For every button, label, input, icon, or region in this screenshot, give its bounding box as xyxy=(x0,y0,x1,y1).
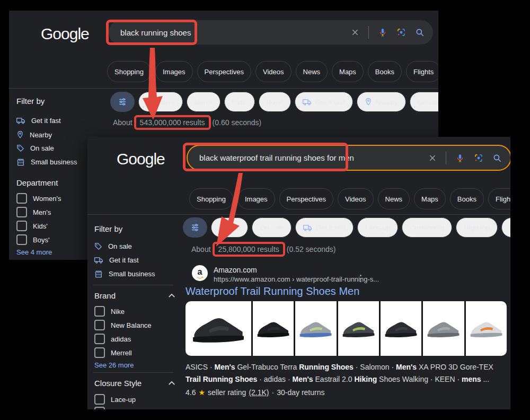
sidebar-filter-small-business[interactable]: Small business xyxy=(94,270,155,278)
chip-for-athletes[interactable]: For At xyxy=(501,217,510,238)
result-title-link[interactable]: Waterproof Trail Running Shoes Men xyxy=(186,285,359,298)
tab-news[interactable]: News xyxy=(296,61,328,82)
tab-maps[interactable]: Maps xyxy=(414,188,446,209)
shoe-image-4[interactable] xyxy=(338,301,379,356)
more-vert-icon[interactable] xyxy=(360,275,361,282)
chevron-up-icon[interactable] xyxy=(168,293,175,298)
checkbox[interactable] xyxy=(94,306,105,317)
checkbox[interactable] xyxy=(94,347,105,358)
tab-flights[interactable]: Flights xyxy=(406,61,438,82)
chip-get-it-fast[interactable]: Get it fast xyxy=(295,92,353,112)
department-heading: Department xyxy=(16,178,58,187)
shoe-image-2[interactable] xyxy=(253,301,294,356)
amazon-smile-icon xyxy=(196,276,204,279)
truck-icon xyxy=(303,224,312,231)
chip-slip-on[interactable]: Slip-on xyxy=(211,217,248,238)
chip-nearby[interactable]: Nearby xyxy=(357,92,406,112)
result-tabs: Shopping Images Perspectives Videos News… xyxy=(107,61,438,82)
sidebar-divider xyxy=(93,372,173,373)
chip-mens[interactable]: Men's xyxy=(187,92,220,112)
checkbox-row-merrell[interactable]: Merrell xyxy=(94,347,132,358)
shoe-image-1[interactable] xyxy=(186,301,251,356)
chip-womens[interactable]: Women's xyxy=(138,92,183,112)
checkbox[interactable] xyxy=(16,234,27,245)
filter-sliders-icon[interactable] xyxy=(110,92,135,112)
checkbox[interactable] xyxy=(94,407,105,409)
sidebar-filter-small-business[interactable]: Small business xyxy=(16,158,77,166)
tag-icon xyxy=(16,144,24,152)
result-description: ASICS · Men's Gel-Trabuco Terra Running … xyxy=(186,361,505,386)
checkbox-row-partial[interactable] xyxy=(94,407,105,409)
close-icon[interactable] xyxy=(351,28,359,37)
see-more-link[interactable]: See 4 more xyxy=(16,248,52,256)
google-logo[interactable]: Google xyxy=(41,25,89,43)
chip-cushioning[interactable]: Cushioning xyxy=(402,217,452,238)
checkbox-row-mens[interactable]: Men's xyxy=(16,207,51,217)
checkbox-row-kids[interactable]: Kids' xyxy=(16,221,48,231)
see-more-link[interactable]: See 26 more xyxy=(94,361,134,369)
tab-images[interactable]: Images xyxy=(155,61,193,82)
tab-news[interactable]: News xyxy=(378,188,410,209)
chip-high-top[interactable]: High-top xyxy=(456,217,498,238)
checkbox[interactable] xyxy=(94,394,105,405)
google-logo[interactable]: Google xyxy=(117,150,165,168)
shoe-image-6[interactable] xyxy=(423,301,464,356)
checkbox-row-new-balance[interactable]: New Balance xyxy=(94,320,152,330)
sidebar-filter-get-it-fast[interactable]: Get it fast xyxy=(16,117,61,125)
annotation-box-results-2: 25,800,000 results xyxy=(213,242,285,257)
tab-perspectives[interactable]: Perspectives xyxy=(279,188,333,209)
rating-count-link[interactable]: (2.1K) xyxy=(249,388,269,397)
search-icon[interactable] xyxy=(492,153,502,163)
checkbox-row-boys[interactable]: Boys' xyxy=(16,234,49,245)
annotated-comparison-canvas: Google black running shoes Shopping Imag… xyxy=(0,0,530,420)
tab-videos[interactable]: Videos xyxy=(338,188,374,209)
checkbox[interactable] xyxy=(16,207,27,217)
checkbox[interactable] xyxy=(16,221,27,231)
chip-on-sale[interactable]: On sale xyxy=(410,92,438,112)
chip-kids[interactable]: Kids' xyxy=(224,92,255,112)
chip-get-it-fast[interactable]: Get it fast xyxy=(295,217,354,238)
shoe-image-7[interactable] xyxy=(466,301,507,356)
checkbox[interactable] xyxy=(94,334,105,344)
result-site-name[interactable]: Amazon.com xyxy=(214,266,257,274)
search-icon[interactable] xyxy=(415,28,425,37)
tab-flights[interactable]: Flights xyxy=(488,188,510,209)
truck-icon xyxy=(94,257,103,264)
checkbox[interactable] xyxy=(94,320,105,330)
mic-icon[interactable] xyxy=(455,153,465,163)
sidebar-filter-nearby[interactable]: Nearby xyxy=(16,130,52,139)
search-actions xyxy=(428,146,502,170)
screenshot-front: Google black waterproof trail running sh… xyxy=(87,137,510,409)
checkbox-row-womens[interactable]: Women's xyxy=(16,193,61,204)
sidebar-filter-on-sale[interactable]: On sale xyxy=(94,242,132,250)
shoe-image-5[interactable] xyxy=(381,301,421,356)
chevron-up-icon[interactable] xyxy=(168,381,175,386)
truck-icon xyxy=(16,117,25,124)
tab-maps[interactable]: Maps xyxy=(332,61,364,82)
shoe-image-3[interactable] xyxy=(295,301,336,356)
checkbox-row-lace-up[interactable]: Lace-up xyxy=(94,394,136,405)
filter-sliders-icon[interactable] xyxy=(183,217,207,238)
tab-images[interactable]: Images xyxy=(237,188,275,209)
tab-shopping[interactable]: Shopping xyxy=(189,188,233,209)
sidebar-filter-on-sale[interactable]: On sale xyxy=(16,144,54,152)
chip-on-sale[interactable]: On sale xyxy=(252,217,292,238)
checkbox-row-adidas[interactable]: adidas xyxy=(94,334,131,344)
tab-videos[interactable]: Videos xyxy=(255,61,292,82)
tab-books[interactable]: Books xyxy=(368,61,402,82)
tab-books[interactable]: Books xyxy=(450,188,484,209)
lens-icon[interactable] xyxy=(396,28,406,37)
filter-by-heading: Filter by xyxy=(16,97,45,106)
tab-perspectives[interactable]: Perspectives xyxy=(197,61,251,82)
checkbox-row-nike[interactable]: Nike xyxy=(94,306,125,317)
chip-boys[interactable]: Boys' xyxy=(259,92,291,112)
sidebar-filter-get-it-fast[interactable]: Get it fast xyxy=(94,256,139,264)
star-icon: ★ xyxy=(198,388,205,397)
lens-icon[interactable] xyxy=(474,153,483,163)
mic-icon[interactable] xyxy=(378,28,387,37)
storefront-icon xyxy=(94,270,103,278)
tab-shopping[interactable]: Shopping xyxy=(107,61,151,82)
checkbox[interactable] xyxy=(16,193,27,204)
chip-lace-up[interactable]: Lace-up xyxy=(357,217,398,238)
close-icon[interactable] xyxy=(428,154,437,162)
